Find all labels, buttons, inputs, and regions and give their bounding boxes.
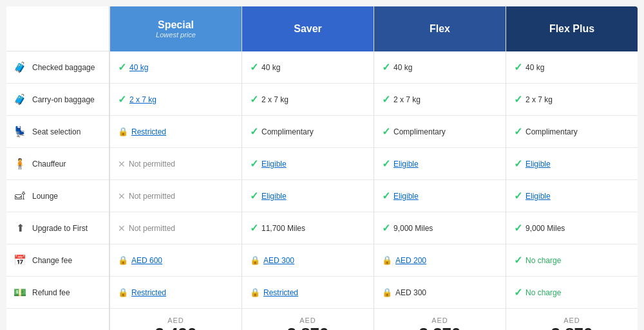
cell-link[interactable]: AED 300 xyxy=(263,256,294,265)
check-icon: ✓ xyxy=(514,254,522,266)
plans-container: Special Lowest price ✓ 40 kg✓ 2 x 7 kg🔒 … xyxy=(109,6,638,330)
service-row-carryon-baggage: 🧳 Carry-on baggage xyxy=(6,84,109,116)
carryon-baggage-icon: 🧳 xyxy=(13,93,27,105)
cell-text: 2 x 7 kg xyxy=(393,95,421,104)
price-section-special: AED 2,490 Select xyxy=(110,309,242,330)
plan-cell-saver-5: ✓ 11,700 Miles xyxy=(242,212,374,244)
cell-text: 11,700 Miles xyxy=(261,224,305,233)
price-currency-flex-plus: AED xyxy=(514,316,630,324)
check-icon: ✓ xyxy=(250,222,258,234)
check-icon: ✓ xyxy=(118,93,126,105)
cell-text: AED 300 xyxy=(395,288,426,297)
price-section-saver: AED 2,870 Select xyxy=(242,309,374,330)
check-icon: ✓ xyxy=(514,61,522,73)
plan-cell-saver-4: ✓ Eligible xyxy=(242,180,374,212)
x-icon: ✕ xyxy=(118,191,126,201)
cell-text: Not permitted xyxy=(129,224,175,233)
cell-content: ✓ 9,000 Miles xyxy=(382,222,433,234)
price-section-flex: AED 3,370 Select xyxy=(374,309,506,330)
lock-icon: 🔒 xyxy=(382,288,392,297)
cell-link[interactable]: 40 kg xyxy=(129,63,148,72)
plan-subtitle-special: Lowest price xyxy=(156,31,196,39)
price-amount-saver: 2,870 xyxy=(250,324,366,330)
lock-icon: 🔒 xyxy=(382,255,392,265)
cell-content: ✓ 2 x 7 kg xyxy=(250,93,289,105)
cell-content: ✓ Complimentary xyxy=(382,125,446,138)
check-icon: ✓ xyxy=(118,61,126,73)
service-row-chauffeur: 🧍 Chauffeur xyxy=(6,148,109,180)
carryon-baggage-label: Carry-on baggage xyxy=(32,95,95,104)
cell-link[interactable]: Restricted xyxy=(131,288,166,297)
cell-link[interactable]: Eligible xyxy=(261,160,287,169)
plan-cell-flex-7: 🔒 AED 300 xyxy=(374,277,506,309)
plan-cell-flex-0: ✓ 40 kg xyxy=(374,51,506,84)
plan-cell-flex-5: ✓ 9,000 Miles xyxy=(374,212,506,244)
check-icon: ✓ xyxy=(382,158,390,170)
cell-text: Complimentary xyxy=(526,127,578,136)
plan-cell-flex-plus-6: ✓ No charge xyxy=(506,244,638,277)
cell-content: 🔒 Restricted xyxy=(118,288,166,297)
check-icon: ✓ xyxy=(514,222,522,234)
plan-col-flex: Flex ✓ 40 kg✓ 2 x 7 kg✓ Complimentary✓ E… xyxy=(374,6,506,330)
cell-link[interactable]: Eligible xyxy=(261,192,287,201)
cell-link[interactable]: Restricted xyxy=(263,288,298,297)
cell-link[interactable]: 2 x 7 kg xyxy=(129,95,156,104)
upgrade-first-label: Upgrade to First xyxy=(32,224,88,233)
price-amount-special: 2,490 xyxy=(118,324,234,330)
cell-link[interactable]: Eligible xyxy=(393,192,419,201)
check-icon: ✓ xyxy=(250,93,258,105)
plan-cell-saver-7: 🔒 Restricted xyxy=(242,277,374,309)
cell-link[interactable]: Restricted xyxy=(131,127,166,136)
x-icon: ✕ xyxy=(118,223,126,234)
service-row-upgrade-first: ⬆ Upgrade to First xyxy=(6,212,109,244)
cell-text: Not permitted xyxy=(129,192,175,201)
check-icon: ✓ xyxy=(514,190,522,202)
check-icon: ✓ xyxy=(250,190,258,202)
cell-link[interactable]: Eligible xyxy=(393,160,419,169)
plan-cell-flex-plus-1: ✓ 2 x 7 kg xyxy=(506,84,638,116)
cell-link[interactable]: AED 200 xyxy=(395,256,426,265)
services-column: 🧳 Checked baggage 🧳 Carry-on baggage 💺 S… xyxy=(6,6,109,330)
cell-text: No charge xyxy=(526,288,561,297)
plan-name-saver: Saver xyxy=(294,23,322,35)
plan-cell-flex-plus-4: ✓ Eligible xyxy=(506,180,638,212)
plan-cell-flex-plus-5: ✓ 9,000 Miles xyxy=(506,212,638,244)
price-currency-flex: AED xyxy=(382,316,498,324)
cell-link[interactable]: Eligible xyxy=(526,160,551,169)
change-fee-icon: 📅 xyxy=(13,254,27,266)
check-icon: ✓ xyxy=(382,222,390,234)
service-rows: 🧳 Checked baggage 🧳 Carry-on baggage 💺 S… xyxy=(6,51,109,309)
cell-link[interactable]: AED 600 xyxy=(131,256,162,265)
chauffeur-icon: 🧍 xyxy=(13,158,27,170)
checked-baggage-icon: 🧳 xyxy=(13,61,27,73)
plan-header-flex-plus: Flex Plus xyxy=(506,6,638,51)
lock-icon: 🔒 xyxy=(118,288,128,297)
cell-content: ✕ Not permitted xyxy=(118,191,175,201)
plan-cell-flex-1: ✓ 2 x 7 kg xyxy=(374,84,506,116)
cell-content: ✓ 40 kg xyxy=(382,61,412,73)
cell-content: 🔒 Restricted xyxy=(118,127,166,136)
plan-cell-saver-0: ✓ 40 kg xyxy=(242,51,374,84)
plan-cell-flex-plus-0: ✓ 40 kg xyxy=(506,51,638,84)
service-row-checked-baggage: 🧳 Checked baggage xyxy=(6,51,109,84)
cell-content: ✓ Eligible xyxy=(382,190,419,202)
check-icon: ✓ xyxy=(382,93,390,105)
check-icon: ✓ xyxy=(514,125,522,138)
cell-link[interactable]: Eligible xyxy=(526,192,551,201)
lounge-icon: 🛋 xyxy=(13,190,27,202)
plan-cell-saver-6: 🔒 AED 300 xyxy=(242,244,374,277)
cell-content: ✓ 40 kg xyxy=(118,61,148,73)
plan-header-special: Special Lowest price xyxy=(110,6,242,51)
plan-cell-saver-1: ✓ 2 x 7 kg xyxy=(242,84,374,116)
cell-content: 🔒 AED 600 xyxy=(118,255,162,265)
check-icon: ✓ xyxy=(250,125,258,138)
plan-col-flex-plus: Flex Plus ✓ 40 kg✓ 2 x 7 kg✓ Complimenta… xyxy=(506,6,638,330)
cell-content: ✓ Eligible xyxy=(514,158,551,170)
cell-text: 9,000 Miles xyxy=(393,224,433,233)
plan-cell-flex-plus-2: ✓ Complimentary xyxy=(506,116,638,148)
cell-text: Complimentary xyxy=(261,127,314,136)
cell-text: 40 kg xyxy=(261,63,280,72)
lounge-label: Lounge xyxy=(32,192,58,201)
cell-content: ✓ 40 kg xyxy=(250,61,280,73)
plan-cell-flex-2: ✓ Complimentary xyxy=(374,116,506,148)
